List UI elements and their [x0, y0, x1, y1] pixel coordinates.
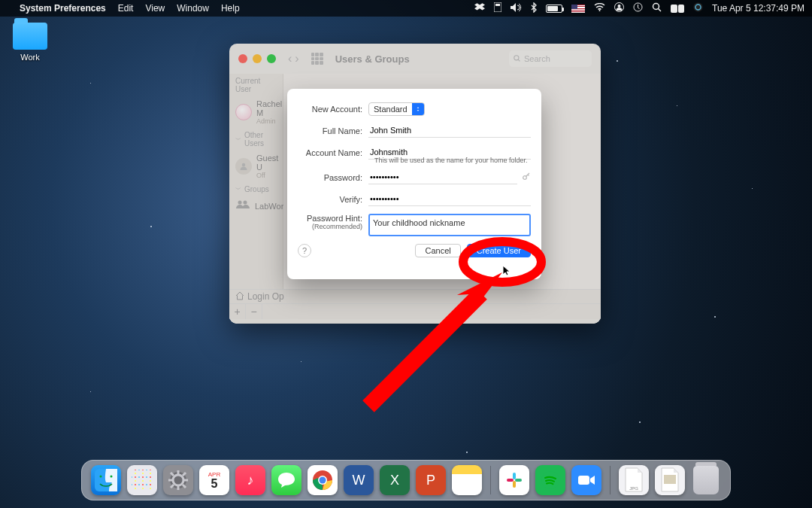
svg-rect-1: [495, 4, 500, 6]
label-account-name: Account Name:: [298, 148, 368, 157]
battery-icon[interactable]: [546, 5, 562, 13]
nav-forward-button[interactable]: ›: [295, 52, 298, 65]
calendar-day: 5: [211, 478, 218, 490]
close-button[interactable]: [238, 54, 247, 63]
spotlight-icon[interactable]: [652, 2, 662, 14]
zoom-button[interactable]: [267, 54, 276, 63]
label-new-account: New Account:: [298, 105, 368, 114]
dock-recent-doc-2[interactable]: [655, 465, 685, 495]
folder-icon: [13, 23, 47, 50]
label-hint: Password Hint: (Recommended): [298, 214, 368, 230]
sidebar-section-current: Current User: [229, 74, 283, 96]
show-all-button[interactable]: [311, 53, 323, 65]
verify-input[interactable]: [368, 192, 531, 206]
login-options-label: Login Op: [247, 291, 284, 302]
dock-messages[interactable]: [271, 465, 301, 495]
dock-chrome[interactable]: [308, 465, 338, 495]
cancel-button[interactable]: Cancel: [415, 244, 460, 257]
login-options-row[interactable]: Login Op: [229, 290, 601, 303]
volume-icon[interactable]: [511, 3, 522, 14]
menu-help[interactable]: Help: [221, 3, 240, 14]
search-field[interactable]: Search: [509, 50, 592, 67]
dock-excel[interactable]: X: [380, 465, 410, 495]
password-hint-input[interactable]: Your childhood nickname: [368, 214, 531, 236]
timemachine-icon[interactable]: [633, 2, 643, 14]
app-menu[interactable]: System Preferences: [20, 3, 106, 14]
remove-user-button[interactable]: −: [246, 304, 262, 319]
input-source-icon[interactable]: [571, 5, 585, 13]
clock[interactable]: Tue Apr 5 12:37:49 PM: [712, 3, 804, 14]
keychain-icon[interactable]: [494, 2, 501, 14]
dock-system-preferences[interactable]: [163, 465, 193, 495]
sidebar-section-other: ﹀Other Users: [229, 128, 283, 151]
dock-recent-doc-1[interactable]: JPG: [619, 465, 649, 495]
sidebar-group-item[interactable]: LabWor: [229, 196, 283, 215]
svg-point-18: [100, 476, 102, 478]
avatar-icon: [235, 104, 252, 120]
dock-zoom[interactable]: [571, 465, 601, 495]
svg-point-12: [242, 163, 245, 166]
dock-calendar[interactable]: APR 5: [199, 465, 229, 495]
dock-launchpad[interactable]: [127, 465, 157, 495]
create-user-sheet: New Account: Standard Full Name: Account…: [287, 89, 541, 279]
dock-slack[interactable]: [499, 465, 529, 495]
minimize-button[interactable]: [253, 54, 262, 63]
select-caret-icon: [412, 103, 424, 115]
full-name-input[interactable]: [368, 123, 531, 138]
dock-powerpoint[interactable]: P: [416, 465, 446, 495]
bluetooth-icon[interactable]: [531, 2, 537, 15]
menu-view[interactable]: View: [145, 3, 165, 14]
users-sidebar: Current User Rachel M Admin ﹀Other Users…: [229, 74, 283, 289]
search-placeholder: Search: [524, 54, 550, 63]
password-input[interactable]: [368, 170, 517, 184]
password-key-icon[interactable]: [522, 172, 531, 183]
svg-rect-41: [664, 475, 676, 484]
sidebar-guest-user[interactable]: Guest U Off: [229, 151, 283, 182]
dock: APR 5 ♪ W X P JPG: [81, 460, 731, 500]
account-type-select[interactable]: Standard: [368, 102, 425, 116]
nav-back-button[interactable]: ‹: [288, 52, 292, 65]
dock-finder[interactable]: [91, 465, 121, 495]
dock-notes[interactable]: [452, 465, 482, 495]
svg-point-6: [653, 4, 659, 10]
user-role: Admin: [256, 117, 282, 125]
dock-trash[interactable]: [691, 465, 721, 495]
control-center-icon[interactable]: [671, 5, 684, 13]
svg-point-33: [320, 477, 326, 484]
svg-rect-35: [515, 479, 522, 482]
dock-music[interactable]: ♪: [235, 465, 265, 495]
menu-window[interactable]: Window: [177, 3, 209, 14]
sidebar-current-user[interactable]: Rachel M Admin: [229, 96, 283, 128]
menu-edit[interactable]: Edit: [118, 3, 134, 14]
svg-point-4: [618, 5, 621, 8]
window-titlebar: ‹ › Users & Groups Search: [229, 44, 601, 74]
svg-point-10: [514, 56, 519, 60]
account-type-value: Standard: [369, 105, 412, 114]
label-password: Password:: [298, 173, 368, 182]
svg-rect-36: [513, 481, 516, 488]
desktop-folder-work[interactable]: Work: [8, 23, 53, 62]
dock-spotify[interactable]: [535, 465, 565, 495]
svg-line-7: [659, 9, 662, 12]
sheet-help-button[interactable]: ?: [298, 244, 311, 257]
guest-avatar-icon: [235, 158, 252, 175]
add-user-button[interactable]: +: [229, 304, 246, 319]
svg-rect-39: [578, 476, 589, 485]
wifi-icon[interactable]: [594, 3, 605, 14]
svg-rect-34: [513, 473, 516, 479]
user-name: Rachel M: [256, 99, 282, 117]
svg-point-19: [111, 476, 113, 478]
guest-name: Guest U: [256, 154, 278, 172]
dock-word[interactable]: W: [344, 465, 374, 495]
group-icon: [235, 199, 250, 212]
siri-icon[interactable]: [693, 2, 703, 14]
account-name-hint: This will be used as the name for your h…: [374, 157, 531, 164]
user-icon[interactable]: [614, 2, 624, 14]
label-verify: Verify:: [298, 195, 368, 204]
dropbox-icon[interactable]: [474, 3, 485, 14]
svg-line-29: [171, 485, 174, 488]
label-full-name: Full Name:: [298, 126, 368, 135]
guest-status: Off: [256, 172, 278, 179]
create-user-button[interactable]: Create User: [467, 244, 531, 257]
svg-line-27: [183, 485, 186, 488]
